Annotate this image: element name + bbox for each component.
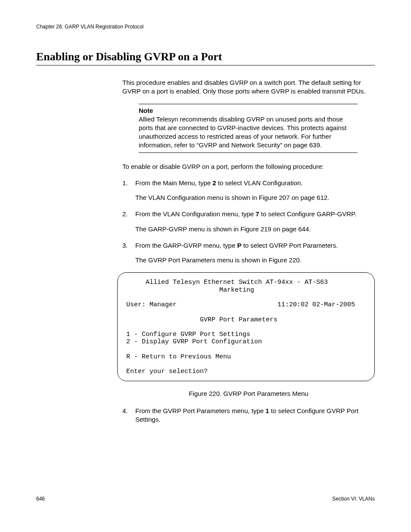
step-text-bold: 2 (212, 179, 216, 187)
step-number: 4. (122, 407, 135, 424)
step-number: 2. (122, 210, 135, 218)
step-text-a: From the GVRP Port Parameters menu, type (135, 407, 265, 414)
step-text-a: From the Main Menu, type (135, 179, 212, 187)
note-label: Note (139, 107, 358, 114)
step-text: From the Main Menu, type 2 to select VLA… (135, 179, 303, 187)
page-number: 646 (36, 496, 45, 502)
intro-paragraph: This procedure enables and disables GVRP… (122, 78, 375, 96)
step-text-c: to select Configure GARP-GVRP. (259, 210, 357, 218)
step-2-sub: The GARP-GVRP menu is shown in Figure 21… (135, 225, 375, 233)
step-2: 2. From the VLAN Configuration menu, typ… (122, 210, 375, 218)
step-text-bold: P (237, 242, 241, 249)
step-text-bold: 7 (255, 210, 259, 218)
step-text-a: From the GARP-GVRP menu, type (135, 242, 237, 249)
figure-caption: Figure 220. GVRP Port Parameters Menu (122, 390, 375, 397)
step-4: 4. From the GVRP Port Parameters menu, t… (122, 407, 375, 424)
step-3-sub: The GVRP Port Parameters menu is shown i… (135, 256, 375, 264)
step-1: 1. From the Main Menu, type 2 to select … (122, 179, 375, 187)
section-title: Enabling or Disabling GVRP on a Port (36, 50, 375, 63)
running-header: Chapter 26: GARP VLAN Registration Proto… (36, 24, 375, 30)
step-1-sub: The VLAN Configuration menu is shown in … (135, 193, 375, 202)
step-text-a: From the VLAN Configuration menu, type (135, 210, 255, 218)
step-text: From the GARP-GVRP menu, type P to selec… (135, 241, 338, 250)
page: Chapter 26: GARP VLAN Registration Proto… (0, 0, 411, 532)
body-column: This procedure enables and disables GVRP… (122, 78, 375, 424)
step-text-c: to select VLAN Configuration. (216, 179, 303, 187)
lead-paragraph: To enable or disable GVRP on a port, per… (122, 162, 375, 171)
step-text-c: to select GVRP Port Parameters. (242, 242, 338, 249)
step-text-bold: 1 (265, 407, 269, 414)
note-text: Allied Telesyn recommends disabling GVRP… (139, 115, 358, 150)
step-text: From the VLAN Configuration menu, type 7… (135, 210, 356, 218)
step-text: From the GVRP Port Parameters menu, type… (135, 407, 375, 424)
section-label: Section VI: VLANs (332, 496, 375, 502)
title-rule (36, 65, 375, 65)
step-number: 1. (122, 179, 135, 187)
page-footer: 646 Section VI: VLANs (36, 496, 375, 502)
step-3: 3. From the GARP-GVRP menu, type P to se… (122, 241, 375, 250)
note-box: Note Allied Telesyn recommends disabling… (139, 104, 358, 153)
terminal-screenshot: Allied Telesyn Ethernet Switch AT-94xx -… (117, 272, 375, 381)
step-number: 3. (122, 241, 135, 250)
